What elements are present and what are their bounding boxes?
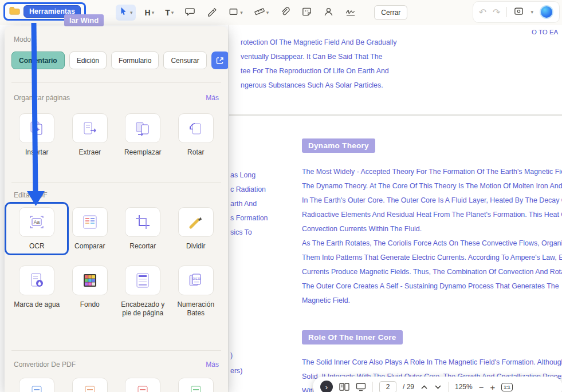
doc-line: In The Earth's Outer Core. The Outer Cor… xyxy=(302,193,562,208)
rotar-icon xyxy=(178,113,214,143)
divider xyxy=(11,350,221,351)
heading-icon: H xyxy=(145,8,151,17)
page-total-label: / 29 xyxy=(403,383,414,391)
convert-tool[interactable] xyxy=(178,378,214,392)
tool-label: Extraer xyxy=(65,148,115,157)
mode-comentario[interactable]: Comentario xyxy=(11,52,65,69)
text-tool[interactable]: T ▾ xyxy=(163,6,175,19)
mode-formulario[interactable]: Formulario xyxy=(111,52,159,69)
tool-dividir[interactable]: Dividir xyxy=(171,207,221,251)
actual-size-icon[interactable]: 1:1 xyxy=(501,383,513,391)
doc-line: ventually Disappear. It Can Be Said That… xyxy=(241,50,561,64)
editar-section-title: Editar PDF xyxy=(14,191,48,199)
cerrar-button[interactable]: Cerrar xyxy=(374,5,407,20)
presentation-mode-icon[interactable] xyxy=(356,382,366,391)
doc-line: Convection Currents Within The Fluid. xyxy=(302,222,562,236)
extraer-icon xyxy=(72,113,108,143)
organizar-section-title: Organizar páginas xyxy=(14,94,70,102)
doc-line: Radioactive Elements And Residual Heat F… xyxy=(302,208,562,222)
mode-censurar[interactable]: Censurar xyxy=(163,52,206,69)
doc-line: Currents Produce Magnetic Fields. Thus, … xyxy=(302,265,562,279)
tool-insertar[interactable]: Insertar xyxy=(11,113,62,157)
divider xyxy=(11,182,221,183)
chevron-down-icon: ▾ xyxy=(266,10,269,15)
doc-line: rotection Of The Magnetic Field And Be G… xyxy=(241,35,561,50)
tool-encabezado[interactable]: Encabezado y pie de página xyxy=(117,266,168,318)
snapshot-icon[interactable] xyxy=(513,6,524,19)
signature-icon xyxy=(345,6,357,19)
stamp-tool[interactable] xyxy=(321,5,336,21)
select-tool[interactable]: ▾ xyxy=(116,5,136,21)
tool-numeracion-bates[interactable]: 00123 Numeración Bates xyxy=(171,266,221,318)
undo-icon[interactable]: ↶ xyxy=(479,7,486,18)
convert-tool[interactable] xyxy=(72,378,108,392)
mode-edicion[interactable]: Edición xyxy=(69,52,107,69)
page-number-input[interactable] xyxy=(379,381,396,392)
measure-tool[interactable]: ▾ xyxy=(252,4,271,21)
pdf-editor-window: O TO EA rotection Of The Magnetic Field … xyxy=(0,0,562,392)
doc-line: Them Into Patterns That Generate Electri… xyxy=(302,251,562,265)
tool-recortar[interactable]: Recortar xyxy=(117,207,168,251)
tool-fondo[interactable]: Fondo xyxy=(65,266,115,318)
section-heading-badge: Dynamo Theory xyxy=(302,138,375,153)
convert-tool[interactable] xyxy=(125,378,160,392)
cursor-icon xyxy=(119,6,129,19)
chevron-right-icon: › xyxy=(325,383,328,391)
doc-line: The Most Widely - Accepted Theory For Th… xyxy=(302,165,562,179)
doc-line: The Solid Inner Core Also Plays A Role I… xyxy=(302,355,562,370)
sticker-icon xyxy=(301,6,312,19)
doc-line: The Dynamo Theory. At The Core Of This T… xyxy=(302,179,562,193)
chevron-down-icon: ▾ xyxy=(171,10,174,15)
divider xyxy=(506,7,507,17)
doc-line: The Outer Core Creates A Self - Sustaini… xyxy=(302,279,562,294)
editar-grid: Aa OCR Comparar Recortar Divid xyxy=(10,207,222,318)
comment-tool[interactable] xyxy=(183,5,197,21)
dividir-icon xyxy=(178,207,214,237)
person-stamp-icon xyxy=(323,6,334,19)
convert-tool[interactable] xyxy=(19,378,54,392)
doc-line: tee For The Reproduction Of Life On Eart… xyxy=(241,64,561,78)
tool-label: Marca de agua xyxy=(11,300,62,309)
ruler-icon xyxy=(254,6,265,19)
previous-page-icon[interactable] xyxy=(420,385,428,390)
tool-extraer[interactable]: Extraer xyxy=(65,113,115,157)
recortar-icon xyxy=(125,207,160,237)
zoom-level[interactable]: 125% xyxy=(455,383,473,391)
expand-toolbar-button[interactable]: › xyxy=(320,381,333,392)
sticker-tool[interactable] xyxy=(300,5,314,21)
chevron-down-icon[interactable]: ▾ xyxy=(530,9,533,15)
comment-bubble-icon xyxy=(184,6,195,19)
tool-comparar[interactable]: Comparar xyxy=(65,207,115,251)
statusbar: › / 29 125% − + 1:1 xyxy=(313,377,562,392)
doc-line: Magnetic Field. xyxy=(302,294,562,308)
pen-icon xyxy=(206,6,217,19)
tool-marca-de-agua[interactable]: Marca de agua xyxy=(11,266,62,318)
heading-tool[interactable]: H ▾ xyxy=(143,6,156,19)
convertidor-more-link[interactable]: Más xyxy=(206,361,219,369)
convert-doc-icon xyxy=(125,378,160,392)
doc-line: as Long xyxy=(230,168,268,183)
dynamo-paragraph: The Most Widely - Accepted Theory For Th… xyxy=(302,165,562,308)
tool-rotar[interactable]: Rotar xyxy=(171,113,221,157)
redo-icon[interactable]: ↷ xyxy=(493,7,500,18)
numeracion-bates-icon: 00123 xyxy=(178,266,214,295)
next-page-icon[interactable] xyxy=(434,385,442,390)
page-layout-icon[interactable] xyxy=(339,382,349,391)
organizar-more-link[interactable]: Más xyxy=(206,94,219,102)
shape-tool[interactable]: ▾ xyxy=(226,5,245,21)
doc-line: arth And xyxy=(230,197,268,211)
signature-tool[interactable] xyxy=(343,5,359,21)
divider xyxy=(448,382,449,392)
attachment-tool[interactable] xyxy=(278,5,292,21)
ai-assistant-icon[interactable] xyxy=(540,5,553,19)
highlighter-tool[interactable] xyxy=(205,5,219,21)
zoom-in-icon[interactable]: + xyxy=(490,382,495,392)
export-mode-button[interactable] xyxy=(211,52,228,69)
tool-reemplazar[interactable]: Reemplazar xyxy=(117,113,168,157)
tool-ocr[interactable]: Aa OCR xyxy=(5,202,69,255)
zoom-out-icon[interactable]: − xyxy=(479,382,484,392)
text-icon: T xyxy=(165,8,170,17)
insertar-icon xyxy=(19,113,54,143)
chevron-down-icon: ▾ xyxy=(152,10,155,15)
folder-icon xyxy=(9,6,21,18)
